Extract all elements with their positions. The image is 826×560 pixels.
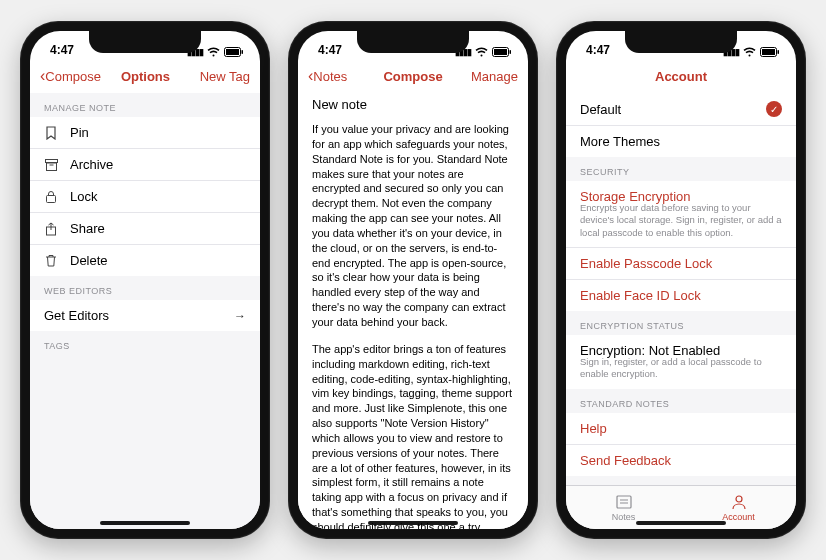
phone-account: 4:47 ▮▮▮▮ Account Default ✓ More (556, 21, 806, 539)
section-security: SECURITY (566, 157, 796, 181)
status-time: 4:47 (586, 43, 610, 57)
row-label: Delete (70, 253, 246, 268)
nav-back-label: Compose (45, 69, 101, 84)
home-indicator[interactable] (100, 521, 190, 525)
row-pin[interactable]: Pin (30, 117, 260, 149)
tab-label: Account (722, 512, 755, 522)
row-label: Help (580, 421, 782, 436)
row-send-feedback[interactable]: Send Feedback (566, 445, 796, 476)
notch (89, 31, 201, 53)
row-lock[interactable]: Lock (30, 181, 260, 213)
row-label: Enable Passcode Lock (580, 256, 782, 271)
bookmark-icon (44, 126, 58, 140)
row-label: Pin (70, 125, 246, 140)
battery-icon (492, 47, 512, 57)
check-icon: ✓ (766, 101, 782, 117)
row-enable-passcode[interactable]: Enable Passcode Lock (566, 248, 796, 280)
encryption-status-desc: Sign in, register, or add a local passco… (566, 356, 796, 389)
svg-rect-6 (47, 196, 56, 203)
lock-icon (44, 190, 58, 203)
compose-content[interactable]: New note If you value your privacy and a… (298, 93, 528, 529)
row-label: Enable Face ID Lock (580, 288, 782, 303)
nav-back-notes[interactable]: ‹ Notes (308, 68, 368, 84)
arrow-right-icon: → (234, 309, 246, 323)
account-icon (730, 494, 748, 510)
nav-manage[interactable]: Manage (458, 69, 518, 84)
section-tags: TAGS (30, 331, 260, 355)
svg-point-17 (736, 496, 742, 502)
svg-rect-10 (510, 50, 512, 54)
nav-right-label: New Tag (200, 69, 250, 84)
nav-right-label: Manage (471, 69, 518, 84)
phone-options: 4:47 ▮▮▮▮ ‹ Compose Options New Tag (20, 21, 270, 539)
notes-icon (615, 494, 633, 510)
nav-title: Account (636, 69, 726, 84)
row-label: Send Feedback (580, 453, 782, 468)
svg-rect-14 (617, 496, 631, 508)
nav-title: Compose (368, 69, 458, 84)
home-indicator[interactable] (636, 521, 726, 525)
nav-bar: ‹ Compose Options New Tag (30, 59, 260, 93)
row-label: Lock (70, 189, 246, 204)
nav-bar: ‹ Notes Compose Manage (298, 59, 528, 93)
wifi-icon (207, 47, 220, 57)
battery-icon (760, 47, 780, 57)
section-standard-notes: STANDARD NOTES (566, 389, 796, 413)
row-share[interactable]: Share (30, 213, 260, 245)
nav-bar: Account (566, 59, 796, 93)
tab-label: Notes (612, 512, 636, 522)
account-content[interactable]: Default ✓ More Themes SECURITY Storage E… (566, 93, 796, 485)
svg-rect-4 (46, 163, 56, 171)
row-label: Archive (70, 157, 246, 172)
status-time: 4:47 (318, 43, 342, 57)
trash-icon (44, 254, 58, 267)
row-label: Get Editors (44, 308, 222, 323)
section-web-editors: WEB EDITORS (30, 276, 260, 300)
row-enable-faceid[interactable]: Enable Face ID Lock (566, 280, 796, 311)
section-encryption-status: ENCRYPTION STATUS (566, 311, 796, 335)
row-label: Default (580, 102, 754, 117)
svg-rect-12 (762, 49, 775, 55)
share-icon (44, 222, 58, 236)
status-time: 4:47 (50, 43, 74, 57)
home-indicator[interactable] (368, 521, 458, 525)
note-body-para2[interactable]: The app's editor brings a ton of feature… (298, 338, 528, 529)
phone-compose: 4:47 ▮▮▮▮ ‹ Notes Compose Manage N (288, 21, 538, 539)
row-archive[interactable]: Archive (30, 149, 260, 181)
row-help[interactable]: Help (566, 413, 796, 445)
row-label: Share (70, 221, 246, 236)
notch (357, 31, 469, 53)
row-label: More Themes (580, 134, 782, 149)
wifi-icon (475, 47, 488, 57)
section-manage-note: MANAGE NOTE (30, 93, 260, 117)
storage-encryption-desc: Encrypts your data before saving to your… (566, 202, 796, 248)
nav-title: Options (101, 69, 190, 84)
note-body-para1[interactable]: If you value your privacy and are lookin… (298, 118, 528, 338)
row-more-themes[interactable]: More Themes (566, 126, 796, 157)
row-delete[interactable]: Delete (30, 245, 260, 276)
svg-rect-9 (494, 49, 507, 55)
nav-new-tag[interactable]: New Tag (190, 69, 250, 84)
note-title-field[interactable]: New note (298, 93, 528, 118)
nav-back-label: Notes (313, 69, 347, 84)
svg-rect-2 (242, 50, 244, 54)
wifi-icon (743, 47, 756, 57)
row-get-editors[interactable]: Get Editors → (30, 300, 260, 331)
options-content: MANAGE NOTE Pin Archive Lock (30, 93, 260, 529)
svg-rect-13 (778, 50, 780, 54)
svg-rect-3 (45, 159, 57, 162)
archive-icon (44, 159, 58, 171)
nav-back-compose[interactable]: ‹ Compose (40, 68, 101, 84)
row-theme-default[interactable]: Default ✓ (566, 93, 796, 126)
notch (625, 31, 737, 53)
svg-rect-1 (226, 49, 239, 55)
battery-icon (224, 47, 244, 57)
